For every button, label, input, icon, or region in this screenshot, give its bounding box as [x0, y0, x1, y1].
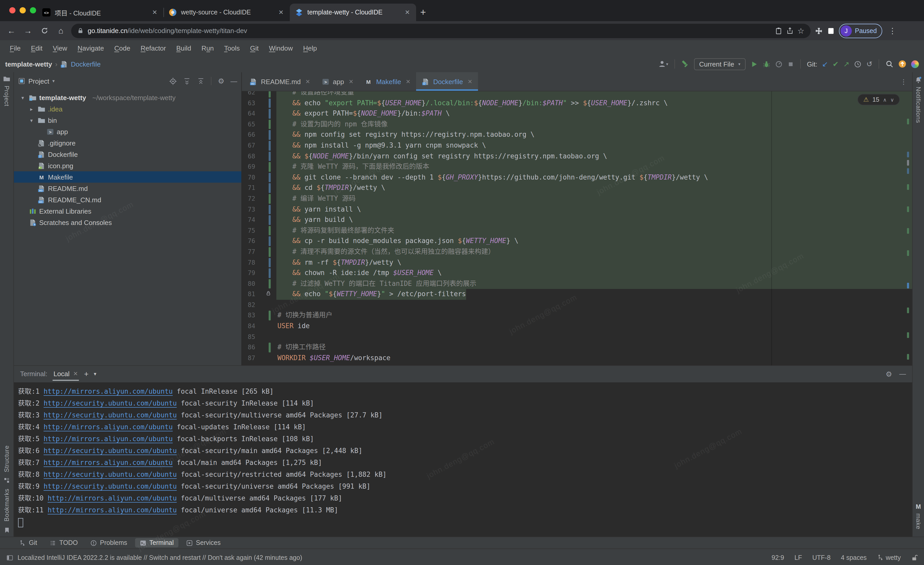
- terminal-link[interactable]: http://security.ubuntu.com/ubuntu: [44, 412, 177, 419]
- history-clock-icon[interactable]: [854, 60, 862, 68]
- tool-window-problems[interactable]: Problems: [86, 538, 132, 547]
- close-tab-icon[interactable]: ✕: [278, 9, 285, 16]
- menu-view[interactable]: View: [48, 42, 72, 53]
- back-icon[interactable]: ←: [5, 26, 18, 35]
- file-encoding[interactable]: UTF-8: [812, 554, 831, 561]
- hide-terminal-icon[interactable]: —: [899, 370, 906, 378]
- collapse-all-icon[interactable]: [197, 77, 205, 85]
- tool-strip-notifications-label[interactable]: Notifications: [915, 87, 922, 123]
- tool-window-todo[interactable]: TODO: [45, 538, 82, 547]
- clipboard-icon[interactable]: [775, 27, 782, 35]
- user-profile-icon[interactable]: ▾: [658, 60, 668, 68]
- rollback-icon[interactable]: ↺: [867, 60, 872, 68]
- terminal-link[interactable]: http://security.ubuntu.com/ubuntu: [44, 447, 177, 455]
- terminal-link[interactable]: http://security.ubuntu.com/ubuntu: [44, 400, 177, 407]
- tool-strip-project-label[interactable]: Project: [3, 86, 10, 106]
- search-everywhere-icon[interactable]: [885, 60, 894, 68]
- menu-run[interactable]: Run: [197, 42, 219, 53]
- terminal-link[interactable]: http://mirrors.aliyun.com/ubuntu: [44, 459, 173, 467]
- terminal-link[interactable]: http://mirrors.aliyun.com/ubuntu: [44, 388, 173, 395]
- expand-all-icon[interactable]: [183, 77, 191, 85]
- inspections-widget[interactable]: ⚠ 15 ∧ ∨: [858, 94, 900, 105]
- close-window-button[interactable]: [9, 7, 15, 14]
- run-configuration-selector[interactable]: Current File▾: [694, 58, 746, 70]
- terminal-link[interactable]: http://mirrors.aliyun.com/ubuntu: [48, 494, 177, 502]
- tool-strip-structure-label[interactable]: Structure: [3, 445, 10, 472]
- tab-options-icon[interactable]: ⋮: [895, 72, 912, 91]
- run-play-icon[interactable]: [750, 60, 758, 68]
- reload-icon[interactable]: [38, 27, 51, 35]
- git-update-icon[interactable]: ↙: [822, 60, 828, 68]
- tree-item-app[interactable]: >app: [14, 126, 242, 137]
- tool-strip-bookmarks-label[interactable]: Bookmarks: [3, 489, 10, 521]
- close-editor-tab-icon[interactable]: ✕: [406, 78, 410, 85]
- stop-icon[interactable]: [788, 61, 794, 67]
- tree-item-readme-md[interactable]: MDREADME.md: [14, 183, 242, 194]
- share-icon[interactable]: [786, 27, 793, 35]
- tree-item-external-libraries[interactable]: External Libraries: [14, 205, 242, 217]
- tree-item-icon-png[interactable]: icon.png: [14, 160, 242, 171]
- editor-scrollbar[interactable]: [906, 91, 910, 365]
- tree-item--idea[interactable]: ▸.idea: [14, 103, 242, 114]
- tool-window-git[interactable]: Git: [14, 538, 42, 547]
- terminal-dropdown-icon[interactable]: ▾: [94, 371, 96, 377]
- chevron-down-icon[interactable]: ▾: [28, 117, 35, 123]
- menu-edit[interactable]: Edit: [26, 42, 47, 53]
- menu-navigate[interactable]: Navigate: [73, 42, 109, 53]
- menu-tools[interactable]: Tools: [219, 42, 244, 53]
- tree-item-scratches-and-consoles[interactable]: Scratches and Consoles: [14, 217, 242, 228]
- terminal-link[interactable]: http://mirrors.aliyun.com/ubuntu: [44, 435, 173, 443]
- indent-setting[interactable]: 4 spaces: [841, 554, 867, 561]
- hide-panel-icon[interactable]: —: [231, 77, 237, 85]
- menu-git[interactable]: Git: [245, 42, 263, 53]
- terminal-link[interactable]: http://security.ubuntu.com/ubuntu: [44, 483, 177, 490]
- prev-problem-icon[interactable]: ∧: [883, 97, 887, 102]
- tree-item-makefile[interactable]: MMakefile: [14, 171, 242, 183]
- menu-file[interactable]: File: [5, 42, 25, 53]
- locate-file-icon[interactable]: [170, 77, 177, 85]
- debug-bug-icon[interactable]: [763, 60, 770, 68]
- build-hammer-icon[interactable]: [681, 60, 689, 68]
- close-terminal-tab-icon[interactable]: ✕: [73, 371, 78, 377]
- next-problem-icon[interactable]: ∨: [890, 97, 894, 102]
- browser-tab[interactable]: template-wetty - CloudIDE✕: [290, 4, 416, 21]
- ide-update-icon[interactable]: [898, 60, 906, 68]
- browser-menu-icon[interactable]: ⋮: [886, 26, 898, 35]
- close-editor-tab-icon[interactable]: ✕: [349, 78, 353, 85]
- project-view-selector[interactable]: Project ▾: [18, 77, 55, 85]
- line-ending[interactable]: LF: [795, 554, 802, 561]
- chevron-down-icon[interactable]: ▾: [19, 95, 26, 101]
- tool-strip-make-label[interactable]: make: [915, 513, 922, 529]
- maximize-window-button[interactable]: [30, 7, 36, 14]
- terminal-link[interactable]: http://mirrors.aliyun.com/ubuntu: [44, 423, 173, 431]
- breadcrumb-file[interactable]: Dockerfile: [71, 60, 101, 68]
- menu-window[interactable]: Window: [264, 42, 297, 53]
- window-controls[interactable]: [9, 7, 36, 14]
- new-terminal-icon[interactable]: +: [84, 370, 88, 379]
- unlock-icon[interactable]: [911, 554, 918, 561]
- browser-tab[interactable]: wetty-source - CloudIDE✕: [164, 4, 290, 21]
- chevron-right-icon[interactable]: ▸: [28, 106, 35, 112]
- editor-tab-readme-md[interactable]: MDREADME.md✕: [244, 72, 316, 91]
- project-tool-icon[interactable]: [3, 75, 10, 83]
- bookmark-star-icon[interactable]: ☆: [797, 26, 804, 35]
- close-editor-tab-icon[interactable]: ✕: [306, 78, 310, 85]
- address-bar[interactable]: go.titanide.cn/ide/web/coding/template-w…: [71, 24, 811, 38]
- menu-refactor[interactable]: Refactor: [136, 42, 170, 53]
- menu-help[interactable]: Help: [298, 42, 322, 53]
- tree-item--gitignore[interactable]: .gitignore: [14, 137, 242, 149]
- extensions-puzzle-icon[interactable]: [814, 27, 823, 35]
- browser-profile-button[interactable]: J Paused: [839, 24, 882, 38]
- panel-settings-gear-icon[interactable]: ⚙: [218, 77, 224, 85]
- breadcrumb-project[interactable]: template-wetty: [5, 60, 52, 68]
- terminal-link[interactable]: http://security.ubuntu.com/ubuntu: [44, 471, 177, 479]
- menu-build[interactable]: Build: [172, 42, 196, 53]
- git-commit-icon[interactable]: ✔: [833, 60, 838, 68]
- new-tab-button[interactable]: +: [420, 7, 426, 18]
- minimize-window-button[interactable]: [20, 7, 26, 14]
- status-message[interactable]: Localized IntelliJ IDEA 2022.2.2 is avai…: [18, 554, 302, 561]
- close-tab-icon[interactable]: ✕: [151, 9, 158, 16]
- browser-tab[interactable]: <>项目 - CloudIDE✕: [37, 4, 164, 21]
- tool-window-services[interactable]: Services: [182, 538, 225, 547]
- terminal-settings-gear-icon[interactable]: ⚙: [886, 370, 892, 378]
